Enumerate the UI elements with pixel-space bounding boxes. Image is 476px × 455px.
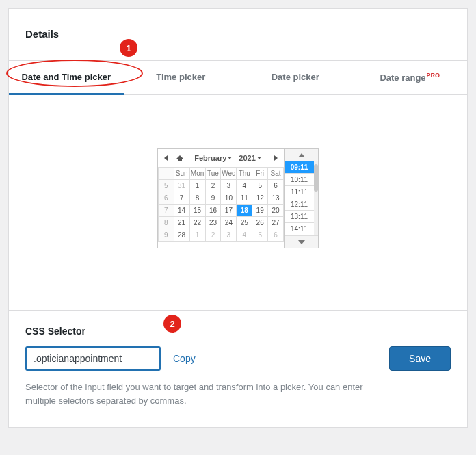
calendar-pane: February 2021 SunMonTueWedThuFriSat 5311… bbox=[158, 149, 284, 248]
details-panel: Details 1 Date and Time picker Time pick… bbox=[8, 8, 468, 428]
dow-cell: Tue bbox=[205, 168, 221, 180]
datetime-picker-widget: February 2021 SunMonTueWedThuFriSat 5311… bbox=[157, 148, 319, 248]
day-cell[interactable]: 5 bbox=[252, 229, 268, 242]
tab-label: Time picker bbox=[156, 72, 205, 82]
day-cell[interactable]: 14 bbox=[174, 205, 189, 217]
day-cell[interactable]: 17 bbox=[221, 205, 237, 217]
day-cell[interactable]: 1 bbox=[189, 229, 205, 242]
calendar-row: 928123456 bbox=[159, 229, 284, 242]
day-cell[interactable]: 8 bbox=[189, 192, 205, 205]
time-scroll-down[interactable] bbox=[285, 235, 318, 248]
svg-marker-2 bbox=[274, 155, 278, 161]
day-cell[interactable]: 16 bbox=[205, 205, 221, 217]
calendar-grid: SunMonTueWedThuFriSat 531123456678910111… bbox=[158, 167, 284, 242]
time-option[interactable]: 11:11 bbox=[285, 186, 314, 198]
day-cell[interactable]: 11 bbox=[237, 192, 252, 205]
day-cell[interactable]: 3 bbox=[221, 229, 237, 242]
dow-cell: Wed bbox=[221, 168, 237, 180]
svg-marker-4 bbox=[298, 240, 305, 244]
day-cell[interactable]: 4 bbox=[237, 180, 252, 192]
today-button[interactable] bbox=[173, 152, 187, 164]
dow-cell: Thu bbox=[237, 168, 252, 180]
day-cell[interactable]: 22 bbox=[189, 217, 205, 229]
day-cell[interactable]: 25 bbox=[237, 217, 252, 229]
dow-cell: Fri bbox=[252, 168, 268, 180]
day-cell[interactable]: 12 bbox=[252, 192, 268, 205]
day-cell[interactable]: 2 bbox=[205, 229, 221, 242]
day-cell[interactable]: 4 bbox=[237, 229, 252, 242]
day-cell[interactable]: 3 bbox=[221, 180, 237, 192]
week-number: 8 bbox=[159, 217, 174, 229]
day-cell[interactable]: 19 bbox=[252, 205, 268, 217]
week-number: 7 bbox=[159, 205, 174, 217]
svg-marker-1 bbox=[176, 155, 183, 161]
time-option[interactable]: 12:11 bbox=[285, 198, 314, 211]
day-cell[interactable]: 5 bbox=[252, 180, 268, 192]
svg-marker-3 bbox=[298, 153, 305, 157]
next-month-button[interactable] bbox=[269, 152, 282, 164]
pro-badge: PRO bbox=[427, 72, 440, 79]
time-option[interactable]: 14:11 bbox=[285, 223, 314, 235]
tab-date-picker[interactable]: Date picker bbox=[238, 61, 353, 94]
week-number: 5 bbox=[159, 180, 174, 192]
week-number: 9 bbox=[159, 229, 174, 242]
css-selector-input[interactable] bbox=[25, 346, 161, 371]
time-scrollbar[interactable] bbox=[314, 161, 318, 235]
day-cell[interactable]: 7 bbox=[174, 192, 189, 205]
panel-header: Details bbox=[9, 9, 467, 60]
day-cell[interactable]: 6 bbox=[268, 180, 284, 192]
week-number: 6 bbox=[159, 192, 174, 205]
calendar-header: February 2021 bbox=[158, 149, 284, 167]
tab-label: Date and Time picker bbox=[21, 72, 111, 82]
day-cell[interactable]: 27 bbox=[268, 217, 284, 229]
footer-section: 2 CSS Selector Copy Save Selector of the… bbox=[9, 311, 467, 427]
time-pane: 09:1110:1111:1112:1113:1114:11 bbox=[284, 149, 318, 248]
calendar-row: 531123456 bbox=[159, 180, 284, 192]
tab-time-picker[interactable]: Time picker bbox=[124, 61, 239, 94]
day-cell[interactable]: 9 bbox=[205, 192, 221, 205]
day-cell[interactable]: 20 bbox=[268, 205, 284, 217]
day-cell[interactable]: 18 bbox=[237, 205, 252, 217]
day-cell[interactable]: 26 bbox=[252, 217, 268, 229]
page-title: Details bbox=[25, 28, 451, 40]
input-row: Copy bbox=[25, 346, 451, 371]
svg-marker-0 bbox=[164, 155, 168, 161]
time-scroll-up[interactable] bbox=[285, 149, 318, 161]
dow-cell: Sun bbox=[174, 168, 189, 180]
day-cell[interactable]: 10 bbox=[221, 192, 237, 205]
time-list: 09:1110:1111:1112:1113:1114:11 bbox=[285, 161, 318, 235]
day-cell[interactable]: 15 bbox=[189, 205, 205, 217]
dow-cell: Mon bbox=[189, 168, 205, 180]
time-option[interactable]: 09:11 bbox=[285, 161, 314, 174]
day-cell[interactable]: 24 bbox=[221, 217, 237, 229]
tab-date-and-time-picker[interactable]: Date and Time picker bbox=[9, 61, 124, 95]
time-option[interactable]: 10:11 bbox=[285, 174, 314, 186]
css-selector-label: CSS Selector bbox=[25, 326, 451, 337]
help-text: Selector of the input field you want to … bbox=[25, 380, 381, 408]
calendar-row: 678910111213 bbox=[159, 192, 284, 205]
day-cell[interactable]: 28 bbox=[174, 229, 189, 242]
picker-type-tabs: 1 Date and Time picker Time picker Date … bbox=[9, 60, 467, 95]
prev-month-button[interactable] bbox=[159, 152, 173, 164]
time-option[interactable]: 13:11 bbox=[285, 211, 314, 223]
day-cell[interactable]: 13 bbox=[268, 192, 284, 205]
tab-label: Date range bbox=[380, 73, 425, 83]
save-button[interactable]: Save bbox=[389, 346, 451, 371]
month-select[interactable]: February bbox=[193, 154, 233, 162]
tab-label: Date picker bbox=[272, 72, 319, 82]
tab-date-range[interactable]: Date rangePRO bbox=[353, 61, 468, 94]
calendar-dow-row: SunMonTueWedThuFriSat bbox=[159, 168, 284, 180]
calendar-row: 714151617181920 bbox=[159, 205, 284, 217]
copy-button[interactable]: Copy bbox=[173, 353, 196, 364]
day-cell[interactable]: 2 bbox=[205, 180, 221, 192]
picker-preview-area: February 2021 SunMonTueWedThuFriSat 5311… bbox=[9, 95, 467, 311]
day-cell[interactable]: 21 bbox=[174, 217, 189, 229]
day-cell[interactable]: 6 bbox=[268, 229, 284, 242]
dow-cell: Sat bbox=[268, 168, 284, 180]
year-select[interactable]: 2021 bbox=[237, 154, 262, 162]
day-cell[interactable]: 31 bbox=[174, 180, 189, 192]
day-cell[interactable]: 1 bbox=[189, 180, 205, 192]
day-cell[interactable]: 23 bbox=[205, 217, 221, 229]
calendar-row: 821222324252627 bbox=[159, 217, 284, 229]
